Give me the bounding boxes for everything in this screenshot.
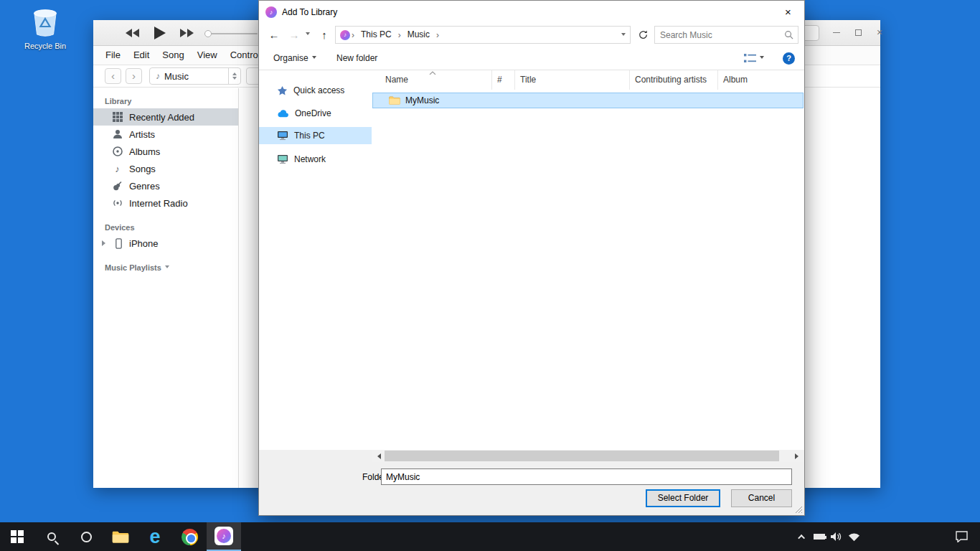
scroll-right-button[interactable] [792, 450, 804, 462]
sidebar-item-quick-access[interactable]: Quick access [259, 82, 372, 99]
menu-file[interactable]: File [99, 46, 127, 65]
chrome-button[interactable] [172, 522, 207, 551]
column-label: # [497, 75, 502, 85]
view-mode-button[interactable] [744, 47, 764, 70]
tray-overflow-button[interactable] [793, 522, 811, 551]
menu-view[interactable]: View [191, 46, 224, 65]
sidebar-item-songs[interactable]: ♪ Songs [93, 160, 238, 177]
organise-label: Organise [273, 53, 308, 63]
music-playlists-heading[interactable]: Music Playlists [105, 263, 238, 272]
recycle-bin[interactable]: Recycle Bin [19, 4, 72, 50]
recycle-bin-label: Recycle Bin [19, 42, 72, 50]
iphone-icon [113, 238, 124, 249]
media-type-selector[interactable]: ♪ Music [149, 67, 241, 85]
search-icon [47, 532, 56, 541]
sidebar-item-this-pc[interactable]: This PC [259, 127, 372, 144]
recycle-bin-icon [29, 4, 61, 37]
start-button[interactable] [0, 522, 34, 551]
column-header-name[interactable]: Name [372, 70, 492, 90]
breadcrumb-music[interactable]: Music [402, 27, 435, 43]
quick-access-star-icon [277, 85, 288, 96]
sidebar-item-internet-radio[interactable]: Internet Radio [93, 194, 238, 212]
menu-song[interactable]: Song [156, 46, 190, 65]
this-pc-monitor-icon [277, 131, 288, 141]
search-box[interactable] [654, 26, 798, 44]
file-explorer-button[interactable] [103, 522, 138, 551]
sidebar-item-genres[interactable]: Genres [93, 177, 238, 194]
cortana-icon [81, 532, 92, 542]
rewind-button[interactable] [123, 20, 142, 46]
cancel-button[interactable]: Cancel [731, 489, 792, 507]
internet-explorer-icon: e [149, 527, 160, 547]
sidebar-item-label: Albums [129, 146, 160, 157]
itunes-taskbar-button[interactable]: ♪ [207, 522, 241, 551]
battery-status[interactable] [811, 522, 828, 551]
breadcrumb-this-pc[interactable]: This PC [356, 27, 397, 43]
column-label: Title [520, 75, 536, 85]
help-button[interactable]: ? [783, 47, 795, 70]
new-folder-button[interactable]: New folder [336, 47, 377, 70]
breadcrumb-separator: › [397, 30, 402, 40]
itunes-forward-button[interactable]: › [126, 68, 142, 84]
column-header-contributing-artists[interactable]: Contributing artists [630, 70, 718, 90]
column-header-title[interactable]: Title [515, 70, 630, 90]
column-label: Album [723, 75, 748, 85]
sidebar-item-recently-added[interactable]: Recently Added [93, 108, 238, 126]
organise-button[interactable]: Organise [273, 47, 316, 70]
add-to-library-dialog: ♪ Add To Library × ← → ↑ ♪ › This PC › M… [258, 0, 805, 516]
dialog-close-button[interactable]: × [772, 1, 804, 23]
volume-status[interactable] [828, 522, 845, 551]
folder-name-input[interactable] [381, 468, 792, 485]
refresh-button[interactable] [635, 26, 651, 44]
sidebar-item-albums[interactable]: Albums [93, 143, 238, 160]
close-icon: × [877, 27, 882, 38]
new-folder-label: New folder [336, 53, 377, 63]
itunes-back-button[interactable]: ‹ [105, 68, 121, 84]
fast-forward-button[interactable] [178, 20, 197, 46]
column-header-number[interactable]: # [492, 70, 515, 90]
address-dropdown-button[interactable] [617, 30, 630, 40]
taskbar-search-button[interactable] [34, 522, 69, 551]
expand-triangle-icon[interactable] [102, 240, 108, 246]
dialog-titlebar[interactable]: ♪ Add To Library × [259, 1, 804, 23]
network-status[interactable] [845, 522, 862, 551]
select-folder-button[interactable]: Select Folder [646, 489, 720, 507]
battery-icon [814, 534, 825, 540]
sidebar-item-label: This PC [294, 131, 325, 141]
sidebar-item-iphone[interactable]: iPhone [93, 235, 238, 252]
horizontal-scrollbar[interactable] [372, 450, 804, 462]
sidebar-item-onedrive[interactable]: OneDrive [259, 105, 372, 122]
volume-slider-knob[interactable] [204, 30, 212, 37]
scroll-left-icon [374, 453, 381, 459]
file-list: Name # Title Contributing artists Album … [372, 70, 804, 450]
scrollbar-thumb[interactable] [385, 451, 779, 461]
nav-back-button[interactable]: ← [265, 23, 283, 47]
sidebar-item-artists[interactable]: Artists [93, 126, 238, 143]
itunes-close-button[interactable]: × [870, 20, 890, 44]
cortana-button[interactable] [69, 522, 103, 551]
volume-slider[interactable] [206, 33, 258, 34]
action-center-button[interactable] [947, 522, 976, 551]
itunes-minimize-button[interactable] [826, 20, 847, 44]
itunes-sidebar: Library Recently Added Artists Albums [93, 88, 239, 488]
nav-history-dropdown[interactable] [302, 23, 314, 47]
file-row-mymusic[interactable]: MyMusic [372, 93, 804, 108]
selector-stepper[interactable] [228, 68, 240, 84]
itunes-maximize-button[interactable] [848, 20, 868, 44]
column-header-album[interactable]: Album [718, 70, 804, 90]
chrome-icon [182, 529, 198, 545]
minimize-icon [833, 32, 840, 33]
address-bar[interactable]: ♪ › This PC › Music › [335, 26, 631, 44]
breadcrumb-separator: › [350, 30, 356, 40]
sidebar-item-network[interactable]: Network [259, 151, 372, 168]
artist-icon [112, 129, 123, 140]
search-input[interactable] [655, 30, 784, 40]
nav-forward-button[interactable]: → [285, 23, 303, 47]
scroll-left-button[interactable] [372, 450, 384, 462]
menu-edit[interactable]: Edit [127, 46, 156, 65]
resize-grip[interactable] [795, 506, 803, 514]
play-button[interactable] [151, 20, 169, 46]
internet-explorer-button[interactable]: e [138, 522, 172, 551]
nav-up-button[interactable]: ↑ [315, 23, 334, 47]
guitar-icon [112, 181, 123, 192]
